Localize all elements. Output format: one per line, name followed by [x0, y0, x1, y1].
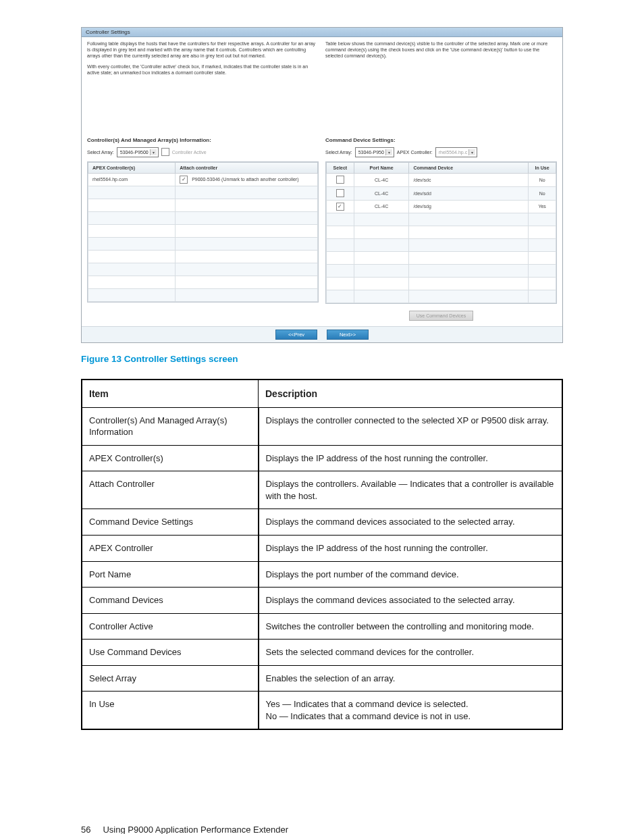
- controller-active-checkbox[interactable]: [161, 148, 169, 156]
- col-apex-controllers: APEX Controller(s): [88, 162, 176, 173]
- table-row: Command Device SettingsDisplays the comm…: [82, 509, 562, 536]
- item-cell: Attach Controller: [82, 471, 259, 509]
- item-cell: Controller(s) And Managed Array(s) Infor…: [82, 407, 259, 445]
- controller-settings-panel: Controller Settings Following table disp…: [81, 27, 563, 343]
- item-cell: Select Array: [82, 665, 259, 692]
- chevron-down-icon: ▾: [468, 149, 475, 155]
- table-row: CL-4C /dev/sdc No: [327, 173, 556, 186]
- description-table: Item Description Controller(s) And Manag…: [81, 379, 563, 731]
- controller-active-label: Controller Active: [172, 150, 207, 155]
- table-row: APEX ControllerDisplays the IP address o…: [82, 536, 562, 562]
- chevron-down-icon: ▾: [385, 149, 392, 155]
- port-name: CL-4C: [354, 173, 409, 186]
- table-row: In UseYes — Indicates that a command dev…: [82, 692, 562, 730]
- select-array-label-left: Select Array:: [87, 150, 114, 155]
- desc-cell: Displays the controller connected to the…: [259, 407, 563, 445]
- col-attach-controller: Attach controller: [176, 162, 318, 173]
- table-row: Controller ActiveSwitches the controller…: [82, 613, 562, 640]
- col-item-header: Item: [82, 380, 259, 408]
- item-cell: Use Command Devices: [82, 640, 259, 666]
- desc-cell: Displays the port number of the command …: [259, 561, 563, 588]
- panel-title: Controller Settings: [82, 28, 562, 37]
- command-device: /dev/sdc: [409, 173, 529, 186]
- prev-button[interactable]: <<Prev: [275, 330, 317, 340]
- table-row: Controller(s) And Managed Array(s) Infor…: [82, 407, 562, 445]
- table-row: Attach ControllerDisplays the controller…: [82, 471, 562, 509]
- footer-text: Using P9000 Application Performance Exte…: [103, 825, 288, 834]
- attach-controller-cell: P9000-53046 (Unmark to attach another co…: [176, 173, 318, 186]
- command-device: /dev/sdd: [409, 186, 529, 200]
- desc-cell: Enables the selection of an array.: [259, 665, 563, 692]
- select-array-dropdown-right[interactable]: 53046-P950 ▾: [355, 147, 394, 157]
- in-use: Yes: [529, 200, 556, 213]
- use-command-devices-button[interactable]: Use Command Devices: [409, 311, 474, 321]
- select-array-dropdown-left[interactable]: 53046-P9500 ▾: [117, 147, 159, 157]
- apex-controller-value: rhel5564.hp.c: [439, 150, 467, 155]
- desc-cell: Displays the command devices associated …: [259, 509, 563, 536]
- table-row: Port NameDisplays the port number of the…: [82, 561, 562, 588]
- table-row: CL-4C /dev/sdg Yes: [327, 200, 556, 213]
- controllers-table: APEX Controller(s) Attach controller rhe…: [88, 162, 318, 302]
- page-number: 56: [81, 825, 90, 834]
- left-section-heading: Controller(s) And Managed Array(s) Infor…: [87, 137, 319, 143]
- select-device-checkbox[interactable]: [336, 176, 344, 184]
- select-array-value-left: 53046-P9500: [120, 150, 149, 155]
- item-cell: Command Device Settings: [82, 509, 259, 536]
- desc-cell: Displays the IP address of the host runn…: [259, 536, 563, 562]
- desc-cell: Displays the IP address of the host runn…: [259, 445, 563, 471]
- desc-cell: Yes — Indicates that a command device is…: [259, 692, 563, 730]
- figure-caption: Figure 13 Controller Settings screen: [81, 354, 563, 364]
- desc-cell: Displays the command devices associated …: [259, 588, 563, 614]
- select-device-checkbox[interactable]: [336, 189, 344, 197]
- select-device-checkbox[interactable]: [336, 203, 344, 211]
- left-instructions-2: With every controller, the 'Controller a…: [87, 64, 319, 76]
- apex-controller-host: rhel5564.hp.com: [88, 173, 176, 186]
- col-command-device: Command Device: [409, 162, 529, 173]
- item-cell: APEX Controller: [82, 536, 259, 562]
- port-name: CL-4C: [354, 186, 409, 200]
- attach-controller-checkbox[interactable]: [180, 176, 188, 184]
- select-array-label-right: Select Array:: [325, 150, 352, 155]
- item-cell: Port Name: [82, 561, 259, 588]
- desc-cell: Sets the selected command devices for th…: [259, 640, 563, 666]
- table-row: CL-4C /dev/sdd No: [327, 186, 556, 200]
- table-row: APEX Controller(s)Displays the IP addres…: [82, 445, 562, 471]
- item-cell: In Use: [82, 692, 259, 730]
- table-row: Select ArrayEnables the selection of an …: [82, 665, 562, 692]
- page-footer: 56 Using P9000 Application Performance E…: [81, 825, 563, 834]
- attach-controller-text: P9000-53046 (Unmark to attach another co…: [192, 177, 298, 182]
- col-description-header: Description: [259, 380, 563, 408]
- table-row: Use Command DevicesSets the selected com…: [82, 640, 562, 666]
- apex-controller-label: APEX Controller:: [397, 150, 433, 155]
- chevron-down-icon: ▾: [150, 149, 157, 155]
- right-section-heading: Command Device Settings:: [325, 137, 557, 143]
- select-array-value-right: 53046-P950: [358, 150, 384, 155]
- col-select: Select: [327, 162, 354, 173]
- right-instructions: Table below shows the command device(s) …: [325, 41, 557, 59]
- desc-cell: Switches the controller between the cont…: [259, 613, 563, 640]
- left-instructions-1: Following table displays the hosts that …: [87, 41, 319, 59]
- command-devices-table: Select Port Name Command Device In Use C…: [326, 162, 556, 303]
- next-button[interactable]: Next>>: [327, 330, 369, 340]
- table-row: rhel5564.hp.com P9000-53046 (Unmark to a…: [88, 173, 318, 186]
- table-row: Command DevicesDisplays the command devi…: [82, 588, 562, 614]
- item-cell: Command Devices: [82, 588, 259, 614]
- apex-controller-dropdown[interactable]: rhel5564.hp.c ▾: [435, 147, 477, 157]
- port-name: CL-4C: [354, 200, 409, 213]
- item-cell: Controller Active: [82, 613, 259, 640]
- in-use: No: [529, 173, 556, 186]
- col-in-use: In Use: [529, 162, 556, 173]
- col-port-name: Port Name: [354, 162, 409, 173]
- in-use: No: [529, 186, 556, 200]
- item-cell: APEX Controller(s): [82, 445, 259, 471]
- desc-cell: Displays the controllers. Available — In…: [259, 471, 563, 509]
- command-device: /dev/sdg: [409, 200, 529, 213]
